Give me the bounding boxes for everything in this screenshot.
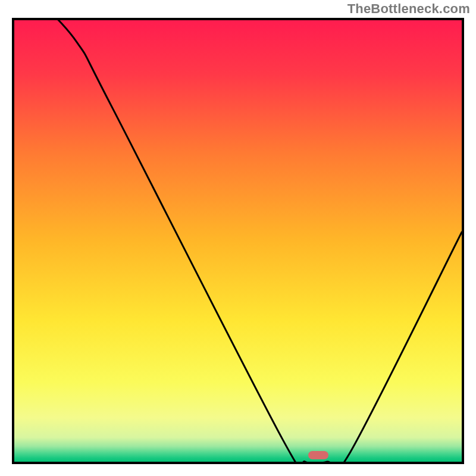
bottleneck-curve <box>14 20 462 462</box>
optimal-marker <box>308 451 328 459</box>
chart-area <box>12 18 464 464</box>
watermark-text: TheBottleneck.com <box>347 1 470 17</box>
